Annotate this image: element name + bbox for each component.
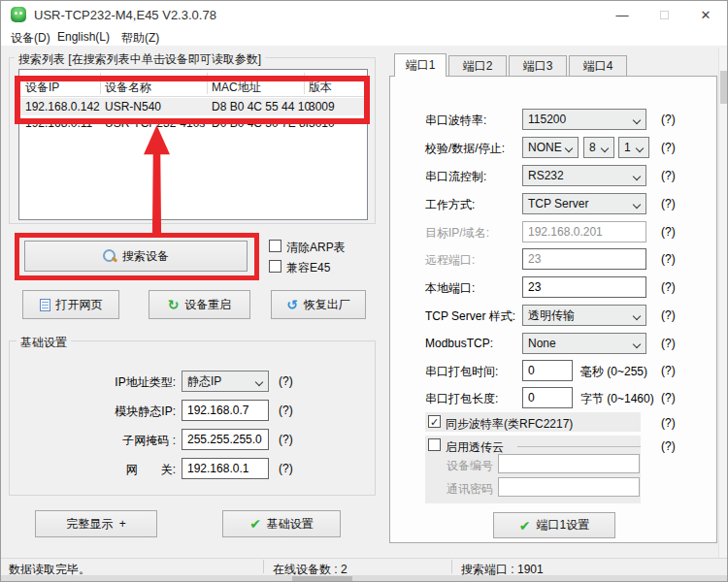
local-port-input[interactable]: 23	[522, 276, 646, 298]
data-bits-select[interactable]: 8	[583, 137, 614, 158]
clear-arp-label: 清除ARP表	[286, 240, 346, 256]
help-marker[interactable]: (?)	[661, 416, 676, 430]
clear-arp-checkbox[interactable]	[269, 240, 281, 252]
help-marker[interactable]: (?)	[661, 225, 676, 239]
menu-english[interactable]: English(L)	[57, 30, 110, 44]
maximize-icon	[660, 11, 669, 19]
help-marker[interactable]: (?)	[661, 391, 676, 404]
gateway-label: 网 关:	[93, 462, 176, 478]
sync-baud-checkbox[interactable]: ✓	[428, 415, 441, 428]
check-icon: ✔	[519, 518, 531, 534]
close-button[interactable]: ✕	[686, 1, 725, 28]
status-bar	[1, 558, 728, 575]
tab-port3[interactable]: 端口3	[509, 55, 567, 77]
window-title: USR-TCP232-M4,E45 V2.3.0.78	[34, 8, 216, 22]
menu-device[interactable]: 设备(D)	[11, 30, 50, 47]
basic-settings-title: 基础设置	[17, 335, 71, 351]
tab-port4[interactable]: 端口4	[569, 55, 627, 77]
modbus-select[interactable]: None	[522, 333, 646, 354]
tab-port1[interactable]: 端口1	[394, 53, 447, 77]
vertical-scrollbar[interactable]	[718, 48, 728, 558]
ip-type-label: IP地址类型:	[93, 374, 176, 391]
work-mode-select[interactable]: TCP Server	[522, 193, 646, 214]
port1-apply-button[interactable]: ✔ 端口1设置	[493, 512, 615, 538]
full-display-label: 完整显示 +	[66, 516, 126, 533]
search-list-group-title: 搜索列表 [在搜索列表中单击设备即可读取参数]	[15, 51, 265, 68]
cloud-label: 启用透传云	[446, 439, 504, 456]
stop-bits-select[interactable]: 1	[618, 137, 649, 158]
factory-reset-button[interactable]: ↺ 恢复出厂	[271, 290, 366, 319]
open-webpage-button[interactable]: 打开网页	[22, 290, 119, 319]
chevron-down-icon	[633, 201, 641, 209]
basic-settings-apply-label: 基础设置	[267, 516, 314, 533]
cloud-checkbox[interactable]	[428, 438, 441, 451]
help-marker[interactable]: (?)	[661, 197, 676, 210]
full-display-button[interactable]: 完整显示 +	[35, 510, 157, 537]
dest-ip-input[interactable]: 192.168.0.201	[522, 221, 646, 242]
help-marker[interactable]: (?)	[661, 252, 676, 266]
chevron-down-icon	[636, 145, 644, 152]
help-marker[interactable]: (?)	[661, 439, 676, 453]
chevron-down-icon	[255, 378, 263, 386]
remote-port-label: 远程端口:	[425, 252, 475, 269]
annotation-rect-list	[15, 76, 370, 124]
cloud-password-input[interactable]	[498, 477, 640, 497]
baud-select[interactable]: 115200	[522, 109, 646, 130]
pack-time-input[interactable]: 0	[522, 360, 573, 381]
remote-port-input[interactable]: 23	[522, 248, 646, 270]
flow-select[interactable]: RS232	[522, 165, 646, 186]
help-marker[interactable]: (?)	[661, 364, 676, 377]
pack-length-label: 串口打包长度:	[425, 391, 498, 407]
help-marker[interactable]: (?)	[661, 113, 676, 126]
pack-length-input[interactable]: 0	[522, 387, 573, 408]
pack-time-label: 串口打包时间:	[425, 364, 498, 380]
restart-device-label: 设备重启	[184, 297, 231, 313]
maximize-button[interactable]	[645, 1, 683, 28]
compat-e45-checkbox[interactable]	[269, 260, 281, 273]
close-icon: ✕	[701, 8, 711, 22]
app-window: USR-TCP232-M4,E45 V2.3.0.78 — ✕ 设备(D) En…	[0, 0, 728, 582]
menu-help[interactable]: 帮助(Z)	[121, 30, 159, 47]
static-ip-input[interactable]: 192.168.0.7	[182, 400, 269, 421]
tab-port2[interactable]: 端口2	[448, 55, 507, 77]
cloud-password-label: 通讯密码	[443, 481, 493, 498]
help-marker[interactable]: (?)	[661, 280, 676, 294]
parity-select[interactable]: NONE	[522, 137, 579, 158]
ip-type-select[interactable]: 静态IP	[182, 371, 269, 392]
help-marker[interactable]: (?)	[279, 462, 293, 475]
scrollbar-thumb[interactable]	[720, 71, 727, 104]
gateway-input[interactable]: 192.168.0.1	[182, 458, 269, 479]
restart-device-button[interactable]: ↻ 设备重启	[149, 290, 250, 319]
baud-label: 串口波特率:	[425, 113, 486, 129]
chevron-down-icon	[633, 116, 641, 124]
help-marker[interactable]: (?)	[279, 433, 293, 446]
chevron-down-icon	[633, 312, 641, 320]
compat-e45-label: 兼容E45	[286, 260, 330, 276]
help-marker[interactable]: (?)	[661, 308, 676, 322]
subnet-mask-input[interactable]: 255.255.255.0	[182, 429, 269, 450]
help-marker[interactable]: (?)	[661, 141, 676, 154]
chevron-down-icon	[633, 340, 641, 348]
minimize-button[interactable]: —	[603, 1, 642, 28]
factory-reset-icon: ↺	[286, 297, 298, 312]
static-ip-label: 模块静态IP:	[93, 404, 176, 420]
work-mode-label: 工作方式:	[425, 197, 475, 213]
chevron-down-icon	[565, 145, 573, 152]
help-marker[interactable]: (?)	[661, 337, 676, 350]
chevron-down-icon	[633, 173, 641, 180]
port1-apply-label: 端口1设置	[537, 517, 590, 534]
cloud-id-label: 设备编号	[443, 458, 493, 474]
taskbar-sliver	[292, 576, 352, 582]
title-bar: USR-TCP232-M4,E45 V2.3.0.78 — ✕	[1, 1, 727, 28]
help-marker[interactable]: (?)	[661, 169, 676, 182]
parity-label: 校验/数据/停止:	[425, 141, 505, 157]
basic-settings-apply-button[interactable]: ✔ 基础设置	[222, 510, 341, 537]
help-marker[interactable]: (?)	[279, 374, 293, 388]
menu-bar	[1, 28, 727, 46]
restart-icon: ↻	[168, 297, 180, 312]
help-marker[interactable]: (?)	[279, 404, 293, 417]
tcp-style-select[interactable]: 透明传输	[522, 305, 646, 326]
factory-reset-label: 恢复出厂	[304, 297, 350, 313]
cloud-id-input[interactable]	[498, 454, 640, 473]
cloud-group-line	[517, 446, 641, 447]
